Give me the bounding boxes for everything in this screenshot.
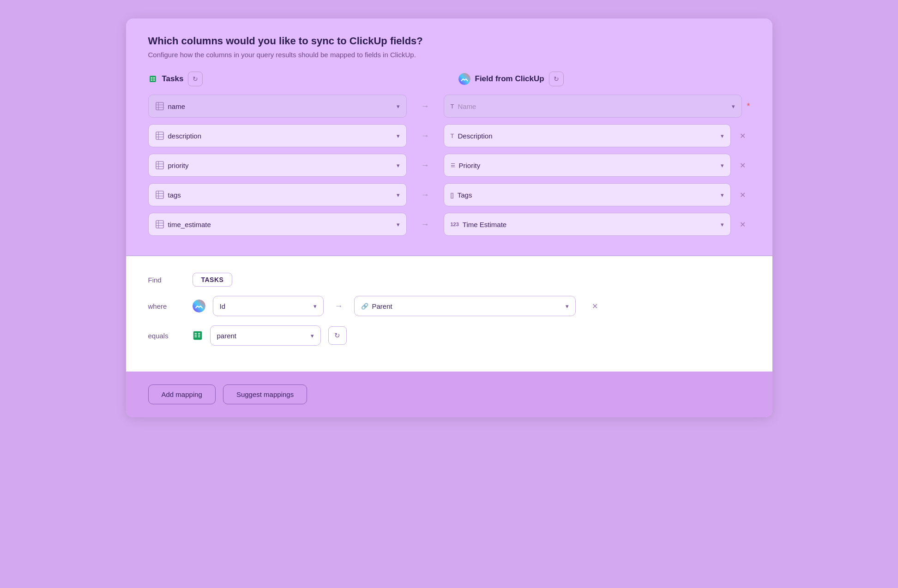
grid-icon-tags — [155, 190, 164, 199]
right-select-description[interactable]: T Description ▾ — [444, 124, 731, 147]
where-label: where — [148, 302, 185, 310]
type-icon-name: T — [451, 103, 454, 110]
svg-rect-20 — [156, 191, 163, 198]
right-chevron-description: ▾ — [721, 132, 724, 139]
svg-rect-8 — [156, 102, 163, 110]
right-select-priority[interactable]: ☰ Priority ▾ — [444, 154, 731, 177]
left-select-tags[interactable]: tags ▾ — [148, 183, 407, 206]
svg-rect-30 — [194, 333, 197, 334]
close-btn-tags[interactable]: ✕ — [735, 187, 750, 202]
right-label-description: Description — [458, 132, 492, 140]
svg-rect-32 — [194, 335, 197, 336]
right-label-name: Name — [458, 102, 476, 110]
arrow-name: → — [407, 102, 444, 111]
tasks-badge: TASKS — [193, 273, 233, 287]
right-label-time: Time Estimate — [463, 221, 506, 228]
left-label-tags: tags — [168, 191, 181, 199]
close-btn-time[interactable]: ✕ — [735, 217, 750, 232]
right-label-priority: Priority — [459, 162, 481, 169]
close-btn-parent[interactable]: ✕ — [588, 299, 603, 313]
suggest-mappings-button[interactable]: Suggest mappings — [223, 384, 307, 404]
equals-label: equals — [148, 332, 185, 340]
grid-icon-name — [155, 102, 164, 111]
left-label-description: description — [168, 132, 202, 140]
where-id-select[interactable]: Id ▾ — [213, 296, 324, 316]
equals-sheets-icon — [193, 330, 203, 341]
arrow-description: → — [407, 131, 444, 141]
where-clickup-icon — [193, 300, 205, 312]
right-header-label: Field from ClickUp — [475, 74, 544, 84]
equals-row: equals parent ▾ ↻ — [148, 325, 750, 346]
right-refresh-button[interactable]: ↻ — [549, 72, 564, 86]
arrow-time: → — [407, 220, 444, 229]
svg-rect-33 — [198, 335, 200, 336]
svg-rect-1 — [151, 77, 152, 78]
parent-label: Parent — [372, 302, 392, 310]
left-label-time: time_estimate — [168, 221, 211, 228]
type-icon-tags: [] — [451, 192, 454, 198]
svg-rect-34 — [194, 336, 197, 337]
svg-rect-5 — [151, 80, 152, 81]
find-label: Find — [148, 276, 185, 284]
left-chevron-time: ▾ — [397, 221, 400, 228]
arrow-tags: → — [407, 190, 444, 200]
right-chevron-priority: ▾ — [721, 162, 724, 169]
type-icon-time: 123 — [451, 222, 459, 227]
required-star-name: * — [747, 102, 750, 111]
right-chevron-time: ▾ — [721, 221, 724, 228]
where-chevron: ▾ — [313, 303, 317, 310]
equals-value: parent — [217, 332, 237, 340]
left-chevron-description: ▾ — [397, 132, 400, 139]
mapping-row-priority: priority ▾ → ☰ Priority ▾ ✕ — [148, 154, 750, 177]
left-select-description[interactable]: description ▾ — [148, 124, 407, 147]
grid-icon-description — [155, 131, 164, 140]
page-title: Which columns would you like to sync to … — [148, 35, 750, 47]
right-chevron-name: ▾ — [732, 103, 735, 110]
mapping-row-name: name ▾ → T Name ▾ * — [148, 95, 750, 118]
page-subtitle: Configure how the columns in your query … — [148, 51, 750, 59]
arrow-priority: → — [407, 161, 444, 170]
svg-rect-12 — [156, 132, 163, 139]
left-refresh-button[interactable]: ↻ — [188, 72, 203, 86]
close-btn-priority[interactable]: ✕ — [735, 158, 750, 173]
link-icon: 🔗 — [361, 303, 368, 310]
find-row: Find TASKS — [148, 273, 750, 287]
parent-chevron: ▾ — [566, 303, 569, 310]
grid-icon-priority — [155, 161, 164, 170]
svg-rect-6 — [153, 80, 155, 81]
right-select-name[interactable]: T Name ▾ — [444, 95, 742, 118]
svg-point-7 — [458, 73, 470, 85]
right-select-time[interactable]: 123 Time Estimate ▾ — [444, 213, 731, 236]
left-chevron-priority: ▾ — [397, 162, 400, 169]
left-select-time[interactable]: time_estimate ▾ — [148, 213, 407, 236]
svg-rect-4 — [153, 78, 155, 79]
right-select-tags[interactable]: [] Tags ▾ — [444, 183, 731, 206]
svg-rect-24 — [156, 221, 163, 228]
where-id-label: Id — [220, 302, 226, 310]
equals-select[interactable]: parent ▾ — [210, 325, 321, 346]
grid-icon-time — [155, 220, 164, 229]
clickup-header-icon — [458, 73, 470, 85]
close-btn-description[interactable]: ✕ — [735, 128, 750, 143]
equals-chevron: ▾ — [311, 332, 314, 339]
svg-rect-35 — [198, 336, 200, 337]
footer-section: Add mapping Suggest mappings — [126, 372, 772, 417]
type-icon-description: T — [451, 132, 454, 139]
left-chevron-name: ▾ — [397, 103, 400, 110]
left-select-priority[interactable]: priority ▾ — [148, 154, 407, 177]
parent-select[interactable]: 🔗 Parent ▾ — [354, 296, 576, 316]
left-chevron-tags: ▾ — [397, 192, 400, 198]
mapping-row-tags: tags ▾ → [] Tags ▾ ✕ — [148, 183, 750, 206]
svg-rect-3 — [151, 78, 152, 79]
add-mapping-button[interactable]: Add mapping — [148, 384, 216, 404]
equals-refresh-button[interactable]: ↻ — [328, 326, 347, 345]
type-icon-priority: ☰ — [451, 162, 455, 168]
mapping-row-time: time_estimate ▾ → 123 Time Estimate ▾ ✕ — [148, 213, 750, 236]
left-header-label: Tasks — [162, 74, 184, 84]
left-select-name[interactable]: name ▾ — [148, 95, 407, 118]
mapping-row-description: description ▾ → T Description ▾ ✕ — [148, 124, 750, 147]
svg-rect-16 — [156, 162, 163, 169]
left-label-priority: priority — [168, 162, 189, 169]
right-label-tags: Tags — [458, 191, 472, 199]
where-arrow: → — [335, 301, 343, 311]
